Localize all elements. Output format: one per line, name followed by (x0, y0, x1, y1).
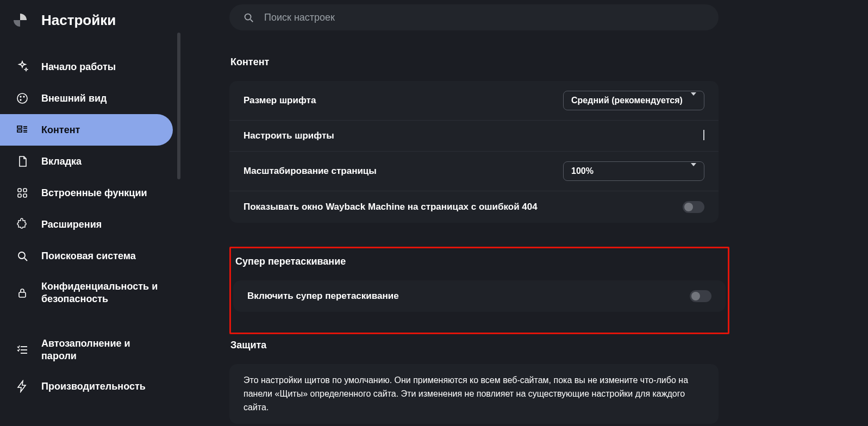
font-size-select[interactable]: Средний (рекомендуется) (563, 91, 704, 110)
content-panel: Размер шрифта Средний (рекомендуется) На… (229, 81, 719, 223)
svg-line-21 (251, 20, 253, 22)
sidebar-item-content[interactable]: Контент (0, 114, 173, 146)
svg-point-0 (17, 93, 27, 103)
row-font-size: Размер шрифта Средний (рекомендуется) (229, 81, 719, 121)
svg-point-2 (23, 96, 24, 97)
page-title: Настройки (41, 12, 116, 29)
sidebar-item-label: Производительность (41, 380, 146, 393)
chevron-down-icon (691, 166, 696, 176)
puzzle-icon (15, 217, 29, 231)
section-content: Контент Размер шрифта Средний (рекоменду… (229, 57, 719, 223)
chevron-right-icon (703, 131, 704, 141)
row-page-zoom: Масштабирование страницы 100% (229, 152, 719, 191)
bolt-icon (15, 379, 29, 393)
sidebar-item-autofill[interactable]: Автозаполнение и пароли (0, 329, 173, 371)
row-label: Показывать окно Wayback Machine на стран… (243, 202, 538, 212)
select-value: Средний (рекомендуется) (571, 96, 683, 105)
highlight-super-drag: Супер перетаскивание Включить супер пере… (229, 247, 729, 334)
nav-divider (0, 402, 177, 417)
super-drag-panel: Включить супер перетаскивание (233, 280, 726, 312)
svg-point-20 (245, 14, 251, 20)
palette-icon (15, 91, 29, 105)
svg-rect-5 (17, 130, 22, 132)
sidebar-item-label: Конфиденциальность и безопасность (41, 280, 163, 305)
sidebar-item-label: Контент (41, 124, 80, 136)
svg-point-14 (18, 252, 25, 259)
sidebar-item-tab[interactable]: Вкладка (0, 146, 173, 177)
sidebar-item-privacy[interactable]: Конфиденциальность и безопасность (0, 272, 173, 314)
sidebar: Настройки Начало работы Внешний вид (0, 0, 180, 426)
select-value: 100% (571, 166, 594, 176)
row-label: Настроить шрифты (243, 130, 334, 141)
svg-rect-4 (17, 126, 22, 128)
sidebar-header: Настройки (0, 5, 177, 41)
wayback-toggle[interactable] (683, 201, 704, 213)
section-title: Защита (229, 340, 719, 351)
svg-line-15 (24, 258, 27, 261)
row-label: Включить супер перетаскивание (247, 291, 399, 302)
file-icon (15, 154, 29, 168)
sidebar-item-label: Автозаполнение и пароли (41, 337, 163, 362)
shields-description: Это настройки щитов по умолчанию. Они пр… (243, 374, 704, 414)
section-title: Контент (229, 57, 719, 68)
brand-logo-icon (11, 11, 29, 29)
page-zoom-select[interactable]: 100% (563, 161, 704, 181)
svg-rect-12 (18, 194, 21, 197)
svg-point-1 (20, 96, 21, 97)
row-enable-super-drag: Включить супер перетаскивание (233, 280, 726, 312)
nav-divider (0, 314, 177, 329)
chevron-down-icon (691, 96, 696, 105)
sidebar-item-features[interactable]: Встроенные функции (0, 177, 173, 209)
section-shields: Защита Это настройки щитов по умолчанию.… (229, 340, 719, 424)
sidebar-item-performance[interactable]: Производительность (0, 371, 173, 402)
sidebar-item-label: Поисковая система (41, 250, 136, 262)
row-label: Размер шрифта (243, 95, 316, 106)
settings-search[interactable] (229, 4, 719, 30)
row-customize-fonts[interactable]: Настроить шрифты (229, 121, 719, 152)
sidebar-item-languages[interactable]: Языки (0, 417, 173, 426)
search-icon (242, 11, 254, 23)
sparkles-icon (15, 60, 29, 74)
shields-panel: Это настройки щитов по умолчанию. Они пр… (229, 364, 719, 424)
search-icon (15, 249, 29, 263)
grid-icon (15, 186, 29, 200)
sidebar-item-extensions[interactable]: Расширения (0, 209, 173, 240)
row-shields-description: Это настройки щитов по умолчанию. Они пр… (229, 364, 719, 424)
sidebar-item-getting-started[interactable]: Начало работы (0, 51, 173, 83)
main-content: Контент Размер шрифта Средний (рекоменду… (180, 0, 868, 426)
svg-rect-16 (19, 292, 26, 297)
section-title: Супер перетаскивание (234, 256, 726, 267)
list-check-icon (15, 343, 29, 357)
sidebar-item-search-engine[interactable]: Поисковая система (0, 240, 173, 272)
row-label: Масштабирование страницы (243, 166, 377, 177)
layout-icon (15, 123, 29, 137)
sidebar-item-label: Вкладка (41, 155, 82, 168)
sidebar-item-label: Внешний вид (41, 92, 107, 105)
row-wayback-404: Показывать окно Wayback Machine на стран… (229, 191, 719, 223)
svg-point-3 (20, 99, 21, 101)
lock-icon (15, 286, 29, 300)
sidebar-item-label: Встроенные функции (41, 187, 147, 199)
sidebar-item-label: Начало работы (41, 61, 116, 73)
sidebar-item-label: Расширения (41, 218, 102, 231)
svg-rect-11 (23, 189, 27, 192)
sidebar-item-appearance[interactable]: Внешний вид (0, 83, 173, 114)
settings-search-input[interactable] (264, 12, 705, 23)
super-drag-toggle[interactable] (690, 290, 711, 302)
sidebar-nav: Начало работы Внешний вид Контент (0, 41, 177, 426)
svg-rect-13 (23, 194, 27, 197)
svg-rect-10 (18, 189, 21, 192)
